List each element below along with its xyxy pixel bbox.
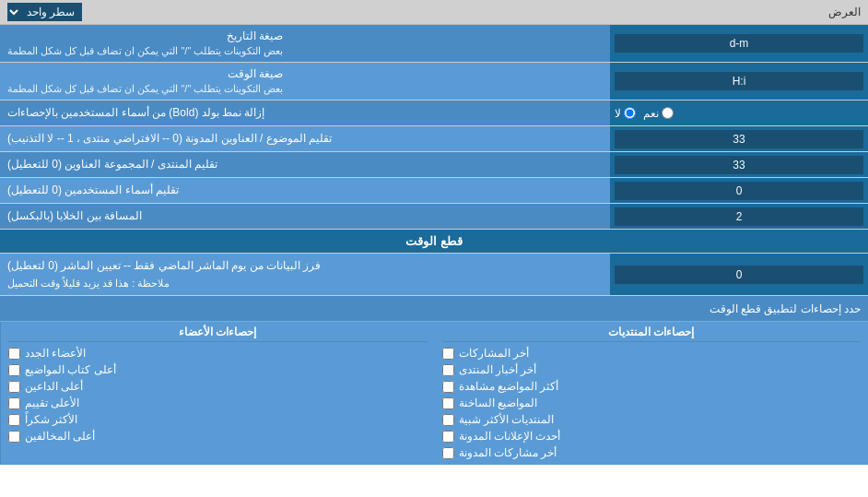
stats-member-item-4-checkbox[interactable]	[8, 397, 20, 409]
cutoff-section-header: قطع الوقت	[0, 230, 868, 254]
stats-member-item-5-label: الأكثر شكراً	[25, 413, 77, 426]
bold-radio-no-label[interactable]: لا	[615, 107, 636, 120]
forum-ordering-label-cell: تقليم المنتدى / المجموعة العناوين (0 للت…	[0, 152, 610, 177]
stats-member-item-1: الأعضاء الجدد	[8, 345, 428, 361]
cutoff-label-note: ملاحظة : هذا قد يزيد قليلاً وقت التحميل	[7, 276, 170, 292]
stats-item-1-checkbox[interactable]	[442, 348, 454, 360]
date-format-input-cell: d-m	[610, 25, 868, 62]
display-label: العرض	[82, 6, 861, 18]
stats-member-item-4-label: الأعلى تقييم	[25, 396, 79, 409]
column-spacing-label-main: المسافة بين الخلايا (بالبكسل)	[7, 208, 142, 224]
bold-remove-row: نعم لا إزالة نمط بولد (Bold) من أسماء ال…	[0, 101, 868, 126]
stats-columns: إحصاءات المنتديات أخر المشاركات أخر أخبا…	[0, 322, 868, 465]
bold-radio-no[interactable]	[624, 107, 636, 119]
stats-member-item-5: الأكثر شكراً	[8, 411, 428, 428]
topic-ordering-row: 33 تقليم الموضوع / العناوين المدونة (0 -…	[0, 126, 868, 152]
forum-ordering-row: 33 تقليم المنتدى / المجموعة العناوين (0 …	[0, 152, 868, 178]
stats-member-item-6: أعلى المخالفين	[8, 428, 428, 444]
stats-item-7-checkbox[interactable]	[442, 447, 454, 459]
username-trim-label-main: تقليم أسماء المستخدمين (0 للتعطيل)	[7, 183, 179, 198]
stats-item-4-checkbox[interactable]	[442, 397, 454, 409]
stats-col-participations: إحصاءات المنتديات أخر المشاركات أخر أخبا…	[435, 322, 869, 465]
topic-ordering-label-main: تقليم الموضوع / العناوين المدونة (0 -- ا…	[7, 131, 332, 147]
cutoff-input[interactable]: 0	[615, 266, 863, 284]
time-format-label-main: صيغة الوقت	[7, 66, 283, 82]
stats-member-item-2: أعلى كتاب المواضيع	[8, 361, 428, 378]
stats-item-1-label: أخر المشاركات	[459, 347, 529, 360]
column-spacing-input-cell: 2	[610, 204, 868, 229]
stats-item-5-checkbox[interactable]	[442, 414, 454, 426]
bold-radio-yes[interactable]	[662, 107, 674, 119]
column-spacing-row: 2 المسافة بين الخلايا (بالبكسل)	[0, 204, 868, 230]
username-trim-label-cell: تقليم أسماء المستخدمين (0 للتعطيل)	[0, 178, 610, 203]
date-format-row: d-m صيغة التاريخ بعض التكوينات يتطلب "/"…	[0, 25, 868, 63]
time-format-label-cell: صيغة الوقت بعض التكوينات يتطلب "/" التي …	[0, 63, 610, 100]
display-header-row: العرض سطر واحد سطران ثلاثة أسطر	[0, 0, 868, 25]
date-format-label-sub: بعض التكوينات يتطلب "/" التي يمكن ان تضا…	[7, 44, 283, 58]
bold-radio-group: نعم لا	[615, 107, 674, 120]
stats-member-item-3-checkbox[interactable]	[8, 381, 20, 393]
limit-row: حدد إحصاءات لتطبيق قطع الوقت	[0, 296, 868, 322]
cutoff-row: 0 فرز البيانات من يوم الماشر الماضي فقط …	[0, 254, 868, 296]
stats-item-6: أحدث الإعلانات المدونة	[442, 428, 862, 444]
stats-member-item-2-label: أعلى كتاب المواضيع	[25, 363, 116, 376]
stats-item-2-checkbox[interactable]	[442, 364, 454, 376]
forum-ordering-input-cell: 33	[610, 152, 868, 177]
display-select[interactable]: سطر واحد سطران ثلاثة أسطر	[7, 3, 82, 21]
topic-ordering-label-cell: تقليم الموضوع / العناوين المدونة (0 -- ا…	[0, 126, 610, 151]
stats-member-item-1-checkbox[interactable]	[8, 348, 20, 360]
bold-remove-label-cell: إزالة نمط بولد (Bold) من أسماء المستخدمي…	[0, 101, 610, 125]
cutoff-label-cell: فرز البيانات من يوم الماشر الماضي فقط --…	[0, 254, 610, 295]
stats-item-3-label: أكثر المواضيع مشاهدة	[459, 380, 559, 393]
forum-ordering-input[interactable]: 33	[615, 156, 863, 174]
stats-item-5: المنتديات الأكثر شبية	[442, 411, 862, 428]
topic-ordering-input-cell: 33	[610, 126, 868, 151]
column-spacing-input[interactable]: 2	[615, 207, 863, 226]
stats-member-item-1-label: الأعضاء الجدد	[25, 347, 86, 360]
stats-item-7: أخر مشاركات المدونة	[442, 444, 862, 461]
stats-item-7-label: أخر مشاركات المدونة	[459, 446, 557, 459]
stats-member-item-3: أعلى الداعين	[8, 378, 428, 395]
forum-ordering-label-main: تقليم المنتدى / المجموعة العناوين (0 للت…	[7, 157, 217, 172]
username-trim-input[interactable]: 0	[615, 182, 863, 200]
bold-remove-label-main: إزالة نمط بولد (Bold) من أسماء المستخدمي…	[7, 105, 264, 121]
main-container: العرض سطر واحد سطران ثلاثة أسطر d-m صيغة…	[0, 0, 868, 465]
stats-item-3: أكثر المواضيع مشاهدة	[442, 378, 862, 395]
stats-member-item-5-checkbox[interactable]	[8, 414, 20, 426]
time-format-row: H:i صيغة الوقت بعض التكوينات يتطلب "/" ا…	[0, 63, 868, 101]
stats-participations-header: إحصاءات المنتديات	[442, 325, 862, 342]
time-format-input-cell: H:i	[610, 63, 868, 100]
date-format-label-main: صيغة التاريخ	[7, 29, 283, 44]
cutoff-input-cell: 0	[610, 254, 868, 295]
stats-item-3-checkbox[interactable]	[442, 381, 454, 393]
stats-member-item-4: الأعلى تقييم	[8, 395, 428, 411]
stats-member-item-3-label: أعلى الداعين	[25, 380, 83, 393]
username-trim-input-cell: 0	[610, 178, 868, 203]
stats-item-1: أخر المشاركات	[442, 345, 862, 361]
time-format-input[interactable]: H:i	[615, 72, 863, 90]
bold-remove-input-cell: نعم لا	[610, 101, 868, 125]
stats-member-item-6-checkbox[interactable]	[8, 431, 20, 443]
bold-radio-no-text: لا	[615, 107, 621, 120]
topic-ordering-input[interactable]: 33	[615, 130, 863, 148]
stats-members-header: إحصاءات الأعضاء	[8, 325, 428, 342]
stats-item-6-label: أحدث الإعلانات المدونة	[459, 430, 561, 443]
limit-label: حدد إحصاءات لتطبيق قطع الوقت	[7, 302, 861, 315]
stats-item-6-checkbox[interactable]	[442, 431, 454, 443]
stats-item-4: المواضيع الساخنة	[442, 395, 862, 411]
column-spacing-label-cell: المسافة بين الخلايا (بالبكسل)	[0, 204, 610, 229]
stats-col-members: إحصاءات الأعضاء الأعضاء الجدد أعلى كتاب …	[0, 322, 435, 465]
stats-item-5-label: المنتديات الأكثر شبية	[459, 413, 555, 426]
stats-item-2: أخر أخبار المنتدى	[442, 361, 862, 378]
date-format-label-cell: صيغة التاريخ بعض التكوينات يتطلب "/" الت…	[0, 25, 610, 62]
username-trim-row: 0 تقليم أسماء المستخدمين (0 للتعطيل)	[0, 178, 868, 204]
bold-radio-yes-text: نعم	[643, 107, 659, 120]
bold-radio-yes-label[interactable]: نعم	[643, 107, 674, 120]
stats-item-2-label: أخر أخبار المنتدى	[459, 363, 537, 376]
stats-member-item-2-checkbox[interactable]	[8, 364, 20, 376]
stats-member-item-6-label: أعلى المخالفين	[25, 430, 95, 443]
cutoff-label-main: فرز البيانات من يوم الماشر الماضي فقط --…	[7, 257, 321, 275]
display-select-wrapper: سطر واحد سطران ثلاثة أسطر	[7, 3, 82, 21]
stats-item-4-label: المواضيع الساخنة	[459, 396, 537, 409]
date-format-input[interactable]: d-m	[615, 34, 863, 53]
